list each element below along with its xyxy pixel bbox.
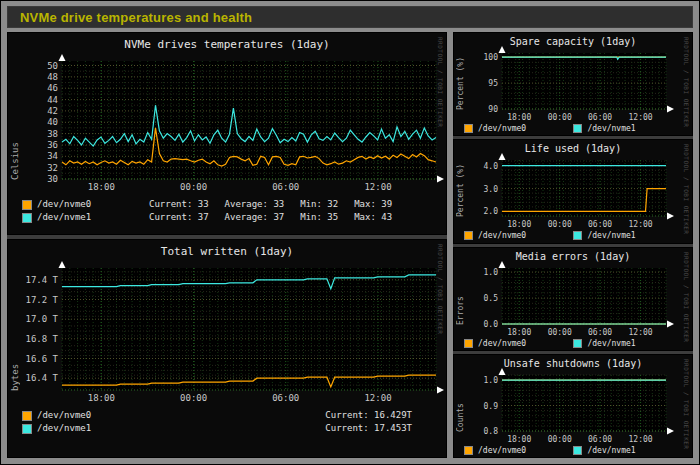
y-axis-label: Counts (456, 369, 465, 432)
svg-text:12:00: 12:00 (629, 328, 653, 337)
chart-panel-total-written: Total written (1day) bytes 18:0000:0006:… (7, 239, 447, 458)
y-axis-label: bytes (10, 260, 20, 391)
legend-entry: /dev/nvme1 (573, 123, 682, 134)
svg-text:50: 50 (47, 61, 58, 71)
unsafe-shutdowns-chart-canvas[interactable]: 18:0000:0006:0012:000.80.91.0 (468, 369, 675, 444)
svg-text:44: 44 (47, 95, 58, 105)
svg-text:0.5: 0.5 (484, 294, 499, 303)
svg-text:17.2 T: 17.2 T (25, 295, 58, 305)
svg-text:00:00: 00:00 (180, 182, 207, 192)
spare-capacity-chart-canvas[interactable]: 18:0000:0006:0012:009095100 (468, 47, 675, 122)
svg-text:18:00: 18:00 (88, 182, 115, 192)
svg-text:16.4 T: 16.4 T (25, 373, 58, 383)
svg-text:1.0: 1.0 (484, 376, 499, 385)
svg-text:18:00: 18:00 (507, 328, 531, 337)
series-swatch (573, 446, 582, 455)
svg-text:0.9: 0.9 (484, 401, 499, 410)
media-errors-chart-canvas[interactable]: 18:0000:0006:0012:000.00.51.0 (468, 262, 675, 337)
legend-row: /dev/nvme1Current: 17.453T (22, 422, 446, 435)
svg-text:32: 32 (47, 163, 58, 173)
rrdtool-watermark: RRDTOOL / TOBI OETIKER (683, 144, 690, 234)
right-column: Spare capacity (1day) Percent (%) 18:000… (453, 32, 693, 458)
dashboard-page: NVMe drive temperatures and health NVMe … (0, 0, 700, 465)
legend-entry: /dev/nvme0 (464, 230, 573, 241)
svg-text:0.8: 0.8 (484, 427, 499, 436)
legend-entry: /dev/nvme0 (464, 123, 573, 134)
series-swatch (22, 424, 32, 434)
svg-text:100: 100 (484, 53, 499, 62)
svg-text:42: 42 (47, 106, 58, 116)
svg-text:00:00: 00:00 (548, 435, 572, 444)
chart-title: Unsafe shutdowns (1day) (454, 355, 692, 369)
page-title: NVMe drive temperatures and health (20, 10, 252, 25)
chart-legend: /dev/nvme0/dev/nvme1 (454, 338, 692, 349)
rrdtool-watermark: RRDTOOL / TOBI OETIKER (683, 37, 690, 127)
life-used-chart-canvas[interactable]: 18:0000:0006:0012:002.03.04.0 (468, 154, 675, 229)
chart-panel-unsafe-shutdowns: Unsafe shutdowns (1day) Counts 18:0000:0… (453, 354, 693, 458)
total-written-chart-canvas[interactable]: 18:0000:0006:0012:0016.4 T16.6 T16.8 T17… (22, 260, 445, 403)
svg-text:18:00: 18:00 (88, 393, 115, 403)
series-swatch (573, 339, 582, 348)
chart-body: Celsius 18:0000:0006:0012:00303234363840… (8, 53, 446, 192)
legend-row: /dev/nvme0Current: 33Average: 33Min: 32M… (22, 198, 446, 211)
series-swatch (464, 231, 473, 240)
legend-entry: /dev/nvme0 (464, 338, 573, 349)
svg-text:16.6 T: 16.6 T (25, 354, 58, 364)
dashboard-columns: NVMe drives temperatures (1day) Celsius … (7, 32, 693, 458)
chart-title: NVMe drives temperatures (1day) (8, 33, 446, 53)
svg-text:12:00: 12:00 (364, 393, 391, 403)
y-axis-label: Celsius (10, 53, 20, 180)
chart-title: Life used (1day) (454, 140, 692, 154)
svg-text:06:00: 06:00 (588, 220, 612, 229)
temperatures-chart-canvas[interactable]: 18:0000:0006:0012:0030323436384042444648… (22, 53, 445, 192)
page-title-bar: NVMe drive temperatures and health (7, 6, 693, 28)
svg-text:06:00: 06:00 (272, 182, 299, 192)
chart-panel-temperatures: NVMe drives temperatures (1day) Celsius … (7, 32, 447, 235)
series-swatch (573, 231, 582, 240)
svg-text:00:00: 00:00 (548, 328, 572, 337)
svg-text:16.8 T: 16.8 T (25, 334, 58, 344)
svg-text:00:00: 00:00 (548, 113, 572, 122)
svg-text:18:00: 18:00 (507, 435, 531, 444)
svg-text:48: 48 (47, 72, 58, 82)
chart-legend: /dev/nvme0Current: 16.429T/dev/nvme1Curr… (8, 409, 446, 435)
svg-text:12:00: 12:00 (629, 113, 653, 122)
left-column: NVMe drives temperatures (1day) Celsius … (7, 32, 447, 458)
chart-body: bytes 18:0000:0006:0012:0016.4 T16.6 T16… (8, 260, 446, 403)
chart-body: Percent (%) 18:0000:0006:0012:009095100 (454, 47, 692, 122)
series-swatch (464, 339, 473, 348)
svg-text:30: 30 (47, 174, 58, 184)
svg-text:12:00: 12:00 (629, 220, 653, 229)
legend-entry: /dev/nvme1 (573, 338, 682, 349)
svg-text:06:00: 06:00 (588, 113, 612, 122)
svg-text:4.0: 4.0 (484, 162, 499, 171)
rrdtool-watermark: RRDTOOL / TOBI OETIKER (683, 252, 690, 342)
y-axis-label: Errors (456, 262, 465, 325)
chart-body: Errors 18:0000:0006:0012:000.00.51.0 (454, 262, 692, 337)
svg-text:46: 46 (47, 83, 58, 93)
svg-text:3.0: 3.0 (484, 185, 499, 194)
svg-text:0.0: 0.0 (484, 320, 499, 329)
chart-legend: /dev/nvme0Current: 33Average: 33Min: 32M… (8, 198, 446, 224)
svg-text:17.4 T: 17.4 T (25, 275, 58, 285)
chart-body: Counts 18:0000:0006:0012:000.80.91.0 (454, 369, 692, 444)
rrdtool-watermark: RRDTOOL / TOBI OETIKER (437, 244, 444, 334)
y-axis-label: Percent (%) (456, 154, 465, 217)
svg-text:06:00: 06:00 (588, 435, 612, 444)
svg-text:18:00: 18:00 (507, 220, 531, 229)
legend-row: /dev/nvme0Current: 16.429T (22, 409, 446, 422)
svg-text:95: 95 (488, 79, 498, 88)
svg-text:06:00: 06:00 (272, 393, 299, 403)
legend-entry: /dev/nvme0 (464, 445, 573, 456)
svg-text:17.0 T: 17.0 T (25, 314, 58, 324)
chart-title: Media errors (1day) (454, 248, 692, 262)
series-swatch (464, 124, 473, 133)
svg-text:90: 90 (488, 105, 498, 114)
rrdtool-watermark: RRDTOOL / TOBI OETIKER (437, 37, 444, 127)
svg-text:40: 40 (47, 117, 58, 127)
svg-text:2.0: 2.0 (484, 208, 499, 217)
svg-text:34: 34 (47, 151, 58, 161)
chart-legend: /dev/nvme0/dev/nvme1 (454, 230, 692, 241)
series-swatch (573, 124, 582, 133)
series-swatch (464, 446, 473, 455)
